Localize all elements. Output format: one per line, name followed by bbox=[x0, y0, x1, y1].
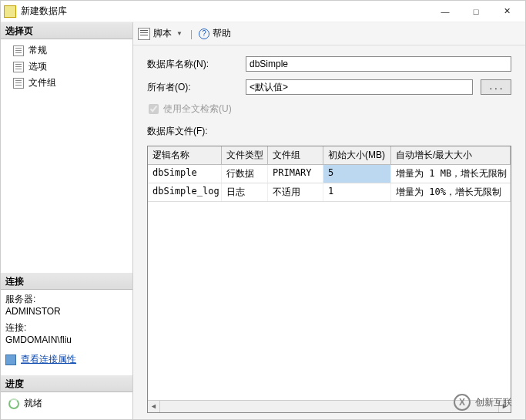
db-name-input[interactable] bbox=[246, 56, 511, 72]
toolbar-separator: | bbox=[187, 29, 196, 39]
maximize-button[interactable]: □ bbox=[461, 2, 491, 21]
owner-label: 所有者(O): bbox=[147, 81, 238, 94]
script-button[interactable]: 脚本 bbox=[153, 27, 172, 40]
cell-initial-size[interactable]: 1 bbox=[323, 183, 391, 201]
grid-body: dbSimple 行数据 PRIMARY 5 增量为 1 MB，增长无限制 db… bbox=[148, 165, 511, 400]
owner-input[interactable] bbox=[246, 79, 473, 95]
cell-filegroup[interactable]: PRIMARY bbox=[268, 165, 323, 183]
minimize-button[interactable]: — bbox=[430, 2, 461, 21]
files-grid[interactable]: 逻辑名称 文件类型 文件组 初始大小(MB) 自动增长/最大大小 dbSimpl… bbox=[147, 146, 511, 413]
help-icon: ? bbox=[199, 29, 209, 39]
sidebar-item-label: 常规 bbox=[28, 44, 47, 57]
script-dropdown-icon[interactable]: ▼ bbox=[175, 30, 184, 37]
sidebar-item-label: 文件组 bbox=[28, 76, 56, 89]
progress-status: 就绪 bbox=[24, 397, 42, 410]
db-name-label: 数据库名称(N): bbox=[147, 58, 238, 71]
connection-label: 连接: bbox=[5, 321, 128, 334]
scroll-left-icon[interactable]: ◄ bbox=[148, 401, 160, 413]
watermark: X 创新互联 bbox=[454, 394, 512, 411]
cell-autogrowth[interactable]: 增量为 1 MB，增长无限制 bbox=[391, 165, 511, 183]
server-icon bbox=[5, 354, 16, 365]
progress-ready-icon bbox=[8, 398, 19, 409]
page-icon bbox=[13, 45, 24, 56]
fulltext-checkbox bbox=[149, 104, 159, 114]
col-logical-name[interactable]: 逻辑名称 bbox=[148, 146, 222, 164]
owner-browse-button[interactable]: . . . bbox=[481, 79, 511, 95]
grid-header: 逻辑名称 文件类型 文件组 初始大小(MB) 自动增长/最大大小 bbox=[148, 146, 511, 165]
connection-value: GMDOMAIN\fliu bbox=[5, 334, 128, 345]
sidebar-item-general[interactable]: 常规 bbox=[5, 42, 128, 59]
close-button[interactable]: ✕ bbox=[491, 2, 522, 21]
view-connection-props-link[interactable]: 查看连接属性 bbox=[21, 353, 76, 366]
cell-filegroup[interactable]: 不适用 bbox=[268, 183, 323, 201]
title-bar: 新建数据库 — □ ✕ bbox=[1, 1, 525, 22]
cell-file-type[interactable]: 日志 bbox=[222, 183, 268, 201]
col-file-type[interactable]: 文件类型 bbox=[222, 146, 268, 164]
files-label: 数据库文件(F): bbox=[147, 123, 511, 138]
sidebar-item-filegroups[interactable]: 文件组 bbox=[5, 75, 128, 91]
col-filegroup[interactable]: 文件组 bbox=[268, 146, 323, 164]
script-icon bbox=[138, 28, 150, 40]
toolbar: 脚本 ▼ | ? 帮助 bbox=[133, 22, 525, 45]
connection-header: 连接 bbox=[1, 273, 132, 290]
window-icon bbox=[4, 5, 16, 18]
select-page-header: 选择页 bbox=[1, 22, 132, 39]
cell-logical-name[interactable]: dbSimple bbox=[148, 165, 222, 183]
window-title: 新建数据库 bbox=[21, 5, 430, 18]
cell-file-type[interactable]: 行数据 bbox=[222, 165, 268, 183]
main-content: 脚本 ▼ | ? 帮助 数据库名称(N): 所有者(O): . . . bbox=[133, 22, 525, 419]
server-value: ADMINSTOR bbox=[5, 306, 128, 317]
cell-initial-size[interactable]: 5 bbox=[323, 165, 391, 183]
watermark-logo-icon: X bbox=[454, 394, 471, 411]
col-initial-size[interactable]: 初始大小(MB) bbox=[323, 146, 391, 164]
col-autogrowth[interactable]: 自动增长/最大大小 bbox=[391, 146, 511, 164]
fulltext-label: 使用全文检索(U) bbox=[163, 102, 232, 116]
table-row[interactable]: dbSimple 行数据 PRIMARY 5 增量为 1 MB，增长无限制 bbox=[148, 165, 511, 183]
sidebar-item-options[interactable]: 选项 bbox=[5, 59, 128, 75]
sidebar-item-label: 选项 bbox=[28, 60, 47, 73]
sidebar: 选择页 常规 选项 文件组 连接 服务器: ADMINSTOR 连接: GMDO… bbox=[1, 22, 133, 419]
watermark-text: 创新互联 bbox=[475, 396, 512, 409]
cell-logical-name[interactable]: dbSimple_log bbox=[148, 183, 222, 201]
server-label: 服务器: bbox=[5, 293, 128, 306]
help-button[interactable]: 帮助 bbox=[213, 27, 231, 40]
page-icon bbox=[13, 62, 24, 72]
page-icon bbox=[13, 78, 24, 89]
table-row[interactable]: dbSimple_log 日志 不适用 1 增量为 10%，增长无限制 bbox=[148, 183, 511, 202]
progress-header: 进度 bbox=[1, 375, 132, 392]
cell-autogrowth[interactable]: 增量为 10%，增长无限制 bbox=[391, 183, 511, 201]
